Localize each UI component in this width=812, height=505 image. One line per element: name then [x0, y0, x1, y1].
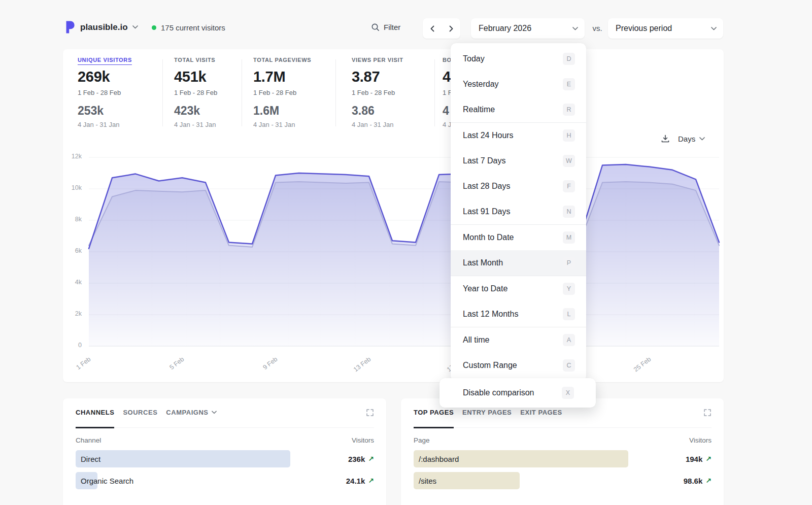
expand-button[interactable]: [703, 409, 712, 417]
visitors-chart[interactable]: [89, 157, 719, 346]
tab-exit-pages[interactable]: EXIT PAGES: [520, 409, 562, 427]
list-item-sites[interactable]: /sites 98.6k↗: [414, 472, 712, 489]
menu-item-month-to-date[interactable]: Month to DateM: [451, 225, 586, 250]
menu-item-all-time[interactable]: All timeA: [451, 327, 586, 353]
channels-panel: CHANNELS SOURCES CAMPAIGNS Channel Visit…: [63, 398, 386, 505]
menu-item-year-to-date[interactable]: Year to DateY: [451, 276, 586, 301]
comparison-label: Previous period: [616, 24, 672, 33]
tab-top-pages[interactable]: TOP PAGES: [414, 409, 454, 427]
tab-entry-pages[interactable]: ENTRY PAGES: [462, 409, 512, 427]
expand-button[interactable]: [366, 409, 374, 417]
stat-total-visits: TOTAL VISITS 451k 1 Feb - 28 Feb 423k 4 …: [174, 57, 217, 128]
x-axis-label: 13 Feb: [345, 355, 372, 379]
date-range-label: February 2026: [479, 24, 531, 33]
menu-item-last-24-hours[interactable]: Last 24 HoursH: [451, 123, 586, 148]
x-axis-label: 9 Feb: [251, 355, 279, 379]
shortcut-badge: A: [563, 334, 575, 346]
stat-total-pageviews: TOTAL PAGEVIEWS 1.7M 1 Feb - 28 Feb 1.6M…: [253, 57, 311, 128]
download-button[interactable]: [661, 134, 670, 143]
pages-tabs: TOP PAGES ENTRY PAGES EXIT PAGES: [414, 409, 712, 428]
chevron-down-icon: [132, 25, 138, 29]
x-axis-label: 25 Feb: [625, 355, 652, 379]
stat-label[interactable]: TOTAL PAGEVIEWS: [253, 57, 311, 63]
tab-campaigns[interactable]: CAMPAIGNS: [166, 409, 216, 427]
y-axis-label: 12k: [63, 153, 82, 160]
y-axis-label: 0: [63, 342, 82, 349]
column-header-channel: Channel: [76, 436, 101, 444]
shortcut-badge: X: [562, 387, 574, 399]
search-icon: [371, 23, 380, 31]
row-value: 24.1k: [346, 477, 365, 485]
stat-period: 1 Feb - 28 Feb: [253, 89, 311, 96]
shortcut-badge: C: [563, 359, 575, 372]
menu-item-custom-range[interactable]: Custom RangeC: [451, 353, 586, 378]
menu-item-last-month[interactable]: Last MonthP: [451, 250, 586, 276]
menu-item-last-28-days[interactable]: Last 28 DaysF: [451, 174, 586, 199]
row-value: 98.6k: [684, 477, 703, 485]
pages-rows: /:dashboard 194k↗ /sites 98.6k↗: [414, 450, 712, 489]
chevron-down-icon: [699, 137, 705, 141]
stat-label[interactable]: VIEWS PER VISIT: [352, 57, 403, 63]
expand-icon: [703, 409, 712, 417]
previous-period-arrow-button[interactable]: [423, 18, 442, 39]
shortcut-badge: N: [563, 206, 575, 218]
trend-up-icon: ↗: [368, 477, 374, 485]
comparison-dropdown[interactable]: Previous period: [608, 18, 723, 39]
channels-tabs: CHANNELS SOURCES CAMPAIGNS: [76, 409, 374, 428]
stat-period: 1 Feb - 28 Feb: [174, 89, 217, 96]
date-range-dropdown[interactable]: February 2026: [471, 18, 585, 39]
menu-item-yesterday[interactable]: YesterdayE: [451, 72, 586, 97]
column-header-visitors: Visitors: [352, 436, 374, 444]
tab-channels[interactable]: CHANNELS: [76, 409, 114, 427]
chart-toolbar: Days: [661, 134, 705, 143]
stat-prev-value: 3.86: [352, 104, 403, 118]
chevron-down-icon: [212, 411, 217, 414]
stat-prev-period: 4 Jan - 31 Jan: [174, 121, 217, 128]
menu-item-last-7-days[interactable]: Last 7 DaysW: [451, 148, 586, 174]
list-item-dashboard[interactable]: /:dashboard 194k↗: [414, 450, 712, 467]
next-period-arrow-button[interactable]: [442, 18, 460, 39]
menu-item-disable-comparison[interactable]: Disable comparison X: [439, 378, 596, 408]
stat-divider: [335, 59, 336, 126]
y-axis-label: 2k: [63, 310, 82, 317]
live-dot-icon: [152, 25, 156, 30]
channels-rows: Direct 236k↗ Organic Search 24.1k↗: [76, 450, 374, 489]
pages-panel: TOP PAGES ENTRY PAGES EXIT PAGES Page Vi…: [401, 398, 724, 505]
stat-label[interactable]: TOTAL VISITS: [174, 57, 217, 63]
chevron-down-icon: [572, 27, 578, 30]
shortcut-badge: M: [563, 231, 575, 244]
menu-item-today[interactable]: TodayD: [451, 46, 586, 72]
menu-item-last-91-days[interactable]: Last 91 DaysN: [451, 199, 586, 224]
x-axis-label: 5 Feb: [158, 355, 185, 379]
plausible-dashboard: plausible.io 175 current visitors Filter…: [0, 0, 812, 505]
shortcut-badge: D: [563, 53, 575, 65]
stat-unique-visitors: UNIQUE VISITORS 269k 1 Feb - 28 Feb 253k…: [78, 57, 132, 128]
stat-prev-value: 1.6M: [253, 104, 311, 118]
interval-dropdown[interactable]: Days: [678, 134, 705, 143]
row-value: 194k: [686, 455, 702, 463]
menu-item-last-12-months[interactable]: Last 12 MonthsL: [451, 301, 586, 327]
stat-views-per-visit: VIEWS PER VISIT 3.87 1 Feb - 28 Feb 3.86…: [352, 57, 403, 128]
trend-up-icon: ↗: [705, 455, 712, 463]
row-label: Organic Search: [76, 477, 133, 485]
site-picker[interactable]: plausible.io: [65, 21, 138, 33]
stat-value: 1.7M: [253, 69, 311, 85]
list-item-direct[interactable]: Direct 236k↗: [76, 450, 374, 467]
row-bar: [76, 450, 290, 467]
stat-divider: [434, 59, 435, 126]
menu-item-realtime[interactable]: RealtimeR: [451, 97, 586, 122]
vs-label: vs.: [589, 24, 606, 32]
interval-label: Days: [678, 134, 695, 143]
list-item-organic-search[interactable]: Organic Search 24.1k↗: [76, 472, 374, 489]
shortcut-badge: F: [563, 180, 575, 192]
shortcut-badge: Y: [563, 283, 575, 295]
stat-value: 451k: [174, 69, 217, 85]
filter-button[interactable]: Filter: [371, 23, 400, 31]
stat-prev-period: 4 Jan - 31 Jan: [253, 121, 311, 128]
tab-sources[interactable]: SOURCES: [123, 409, 157, 427]
stat-prev-value: 423k: [174, 104, 217, 118]
current-visitors[interactable]: 175 current visitors: [152, 23, 225, 32]
stat-label[interactable]: UNIQUE VISITORS: [78, 57, 132, 63]
column-header-page: Page: [414, 436, 430, 444]
y-axis-label: 4k: [63, 279, 82, 286]
